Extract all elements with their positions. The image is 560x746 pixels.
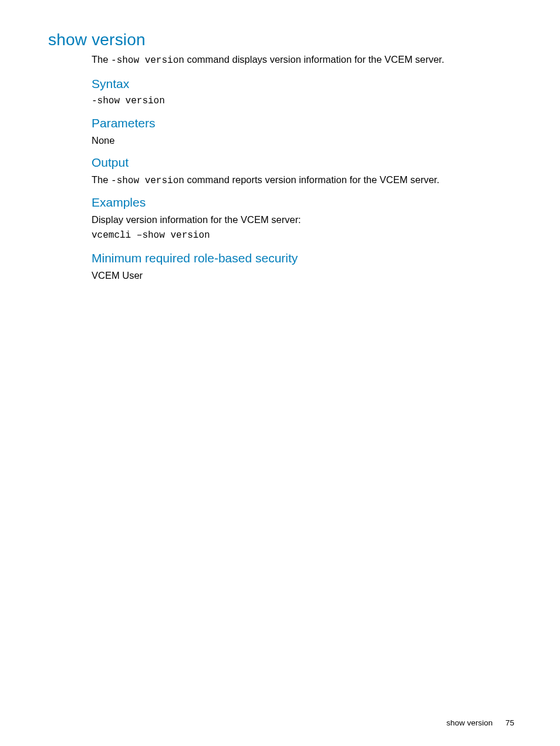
parameters-text: None	[92, 134, 514, 147]
footer-title: show version	[446, 718, 492, 727]
output-heading: Output	[92, 156, 514, 170]
output-pre: The	[92, 174, 111, 185]
examples-code: vcemcli –show version	[92, 229, 514, 242]
syntax-code: -show version	[92, 94, 514, 108]
output-post: command reports version information for …	[184, 174, 440, 185]
footer-page-number: 75	[505, 718, 514, 727]
security-text: VCEM User	[92, 269, 514, 282]
intro-command: -show version	[111, 55, 184, 66]
examples-text: Display version information for the VCEM…	[92, 213, 514, 227]
output-command: -show version	[111, 175, 184, 186]
page-title: show version	[48, 31, 146, 49]
security-heading: Minimum required role-based security	[92, 251, 514, 265]
intro-post: command displays version information for…	[184, 54, 444, 65]
parameters-heading: Parameters	[92, 116, 514, 130]
content-block: The -show version command displays versi…	[92, 53, 514, 285]
output-paragraph: The -show version command reports versio…	[92, 173, 514, 187]
intro-paragraph: The -show version command displays versi…	[92, 53, 514, 67]
intro-pre: The	[92, 54, 111, 65]
page-footer: show version 75	[446, 718, 514, 727]
syntax-heading: Syntax	[92, 77, 514, 91]
examples-heading: Examples	[92, 195, 514, 210]
